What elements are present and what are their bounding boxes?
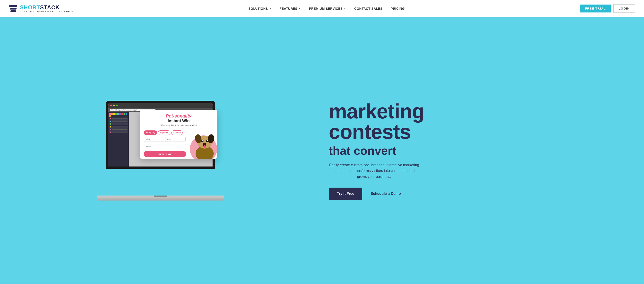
logo-text: SHORTSTACK CONTESTS, FORMS & LANDING PAG… (20, 5, 73, 13)
laptop-base (97, 195, 224, 200)
hero-headline-1: marketing (329, 101, 626, 122)
email-input[interactable] (144, 144, 186, 149)
dog-area (188, 124, 217, 159)
svg-point-9 (203, 145, 206, 148)
sidebar-list-item (109, 126, 128, 128)
svg-point-6 (202, 140, 203, 141)
logo-area[interactable]: SHORTSTACK CONTESTS, FORMS & LANDING PAG… (9, 5, 73, 13)
contest-title: Pet-sonality (144, 113, 214, 119)
hero-subhead: that convert (329, 144, 626, 157)
hero-description: Easily create customized, branded intera… (329, 162, 420, 180)
chevron-down-icon: ▼ (344, 7, 346, 10)
brand-tagline: CONTESTS, FORMS & LANDING PAGES (20, 10, 73, 13)
logo-icon (9, 5, 17, 12)
first-name-input[interactable] (144, 137, 164, 142)
toy-btn-frisbee[interactable]: Frisbee (171, 130, 183, 135)
svg-point-4 (201, 140, 204, 142)
laptop-wrapper: https://designer.shortstack.com/app/ (95, 101, 226, 200)
laptop-sidebar (108, 112, 129, 166)
sidebar-colors (109, 113, 128, 117)
nav-solutions[interactable]: SOLUTIONS ▼ (248, 7, 272, 11)
svg-point-5 (206, 140, 208, 142)
sidebar-line (112, 118, 127, 119)
nav-pricing[interactable]: PRICING (391, 7, 405, 11)
color-swatch (109, 113, 111, 115)
brand-name: SHORTSTACK (20, 5, 73, 10)
nav-center: SOLUTIONS ▼ FEATURES ▼ PREMIUM SERVICES … (248, 7, 405, 11)
sidebar-list-item (109, 120, 128, 123)
hero-left: https://designer.shortstack.com/app/ (14, 101, 308, 200)
hero-right: marketing contests that convert Easily c… (320, 101, 626, 200)
color-swatch (109, 115, 111, 117)
contest-card: Pet-sonality Instant Win Which toy fits … (140, 110, 217, 159)
sidebar-dot (110, 132, 111, 133)
sidebar-dot (110, 123, 111, 125)
hero-cta-row: Try it Free Schedule a Demo (329, 188, 626, 200)
sidebar-line (112, 127, 127, 127)
sidebar-dot (110, 118, 111, 119)
contest-card-body: Kong Toy Squeaky Frisbee Enter to Win (140, 129, 217, 159)
color-swatch (113, 113, 115, 115)
sidebar-dot (110, 129, 111, 130)
nav-contact-sales[interactable]: CONTACT SALES (354, 7, 382, 11)
color-swatch (122, 113, 123, 115)
svg-point-7 (207, 140, 208, 141)
color-swatch (126, 113, 127, 115)
color-swatch (115, 113, 117, 115)
sidebar-list-item (109, 118, 128, 120)
contest-cta-button[interactable]: Enter to Win (144, 151, 186, 157)
logo-stack-2 (10, 8, 16, 10)
chevron-down-icon: ▼ (298, 7, 301, 10)
traffic-light-red (110, 105, 112, 106)
login-button[interactable]: LOGIN (614, 4, 635, 13)
nav-features[interactable]: FEATURES ▼ (280, 7, 301, 11)
schedule-demo-link[interactable]: Schedule a Demo (370, 192, 401, 196)
traffic-light-green (116, 105, 118, 106)
toy-btn-squeaky[interactable]: Squeaky (158, 130, 170, 135)
color-swatch (111, 113, 113, 115)
color-swatch (118, 113, 119, 115)
nav-right: FREE TRIAL LOGIN (580, 4, 635, 13)
last-name-input[interactable] (165, 137, 186, 142)
traffic-light-yellow (113, 105, 115, 106)
color-swatch (120, 113, 121, 115)
navbar: SHORTSTACK CONTESTS, FORMS & LANDING PAG… (0, 0, 644, 17)
sidebar-line (112, 129, 127, 130)
free-trial-button[interactable]: FREE TRIAL (580, 5, 611, 13)
name-inputs-row (144, 137, 186, 143)
svg-point-8 (203, 143, 206, 145)
logo-stack-3 (10, 10, 16, 12)
sidebar-list-item (109, 128, 128, 131)
chevron-down-icon: ▼ (269, 7, 271, 10)
sidebar-line (112, 121, 127, 122)
sidebar-line (112, 124, 127, 124)
sidebar-list-item (109, 123, 128, 125)
laptop-titlebar (108, 103, 212, 108)
toy-buttons: Kong Toy Squeaky Frisbee (144, 130, 186, 135)
sidebar-line (112, 132, 127, 132)
contest-form-area: Kong Toy Squeaky Frisbee Enter to Win (144, 130, 188, 157)
sidebar-dot (110, 126, 111, 127)
color-swatch (124, 113, 125, 115)
sidebar-list-item (109, 131, 128, 133)
hero-section: https://designer.shortstack.com/app/ (0, 17, 644, 284)
laptop-notch (154, 195, 167, 197)
contest-subtitle: Instant Win (144, 119, 214, 123)
hero-headline-2: contests (329, 122, 626, 142)
dog-illustration (188, 124, 217, 159)
nav-premium-services[interactable]: PREMIUM SERVICES ▼ (309, 7, 346, 11)
sidebar-dot (110, 121, 111, 122)
try-free-button[interactable]: Try it Free (329, 188, 362, 200)
logo-stack-1 (9, 5, 17, 7)
toy-btn-kongtoy[interactable]: Kong Toy (144, 130, 157, 135)
